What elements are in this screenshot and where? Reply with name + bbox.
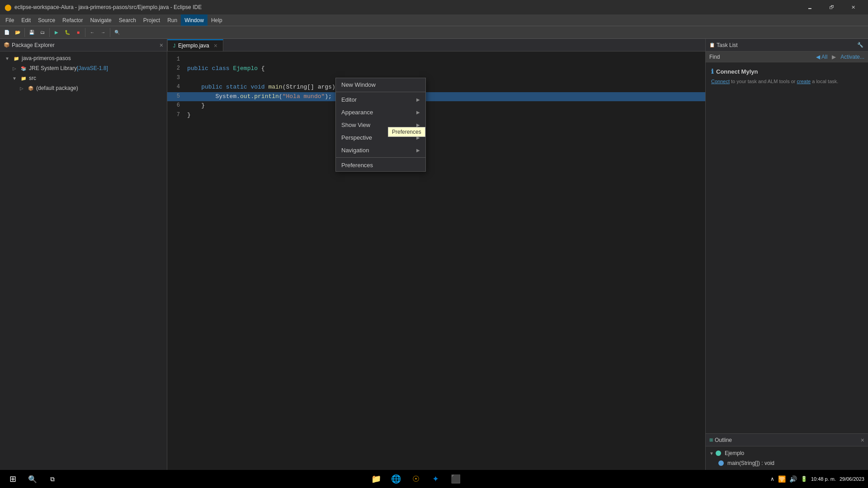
menu-help[interactable]: Help [208,14,226,26]
menu-project[interactable]: Project [140,14,164,26]
toolbar-debug[interactable]: 🐛 [62,28,72,38]
menu-file[interactable]: File [2,14,18,26]
editor-content[interactable]: 1 2 public class Ejemplo { 3 4 public st… [167,52,705,470]
jre-label: JRE System Library [29,65,77,71]
taskbar-terminal[interactable]: ⬛ [447,470,465,488]
taskbar-chevron[interactable]: ∧ [770,476,774,482]
toolbar-sep4 [110,28,110,37]
mylyn-local-text: a local task. [812,79,838,84]
toolbar-sep3 [85,28,85,37]
menu-search[interactable]: Search [115,14,140,26]
editor-tab-ejemplo[interactable]: J Ejemplo.java × [167,39,223,51]
package-explorer-header: 📦 Package Explorer × [0,39,167,52]
mylyn-connect-link[interactable]: Connect [711,79,730,84]
task-view-button[interactable]: ⧉ [43,470,61,488]
main-layout: 📦 Package Explorer × ▼ 📁 java-primeros-p… [0,39,868,470]
mylyn-title: ℹ Connect Mylyn [711,68,863,75]
search-taskbar-button[interactable]: 🔍 [24,470,42,488]
menu-window[interactable]: Window [181,14,208,26]
taskbar-time: 10:48 p. m. [811,476,836,482]
menu-source[interactable]: Source [34,14,59,26]
outline-class[interactable]: ▼ Ejemplo [706,448,868,458]
close-button[interactable]: ✕ [843,0,863,14]
mylyn-create-link[interactable]: create [797,79,811,84]
jre-version: [JavaSE-1.8] [77,65,108,71]
outline-method-name: main(String[]) : void [727,460,774,466]
taskbar-files[interactable]: 📁 [367,470,385,488]
task-list-activate[interactable]: Activate... [840,54,864,60]
expand-icon-src: ▼ [11,75,18,82]
src-label: src [29,75,36,81]
project-name: java-primeros-pasos [22,55,71,61]
editor-tab-label: Ejemplo.java [178,42,209,49]
taskbar-wifi[interactable]: 🛜 [778,475,786,483]
taskbar-vscode[interactable]: ✦ [427,470,445,488]
wm-appearance-arrow: ▶ [416,110,420,115]
menu-refactor[interactable]: Refactor [59,14,86,26]
task-list-all[interactable]: ◀ All [816,54,827,60]
wm-editor[interactable]: Editor ▶ [336,93,425,106]
menu-run[interactable]: Run [164,14,181,26]
pkg-icon: 📦 [27,84,34,92]
wm-new-window[interactable]: New Window [336,78,425,91]
code-line-7: 7 } [167,111,705,120]
editor-tab-close[interactable]: × [214,42,217,49]
outline-header: ⊞ Outline × [706,434,868,446]
taskbar-battery[interactable]: 🔋 [801,476,807,482]
window-menu-dropdown: New Window Editor ▶ Appearance ▶ Show Vi… [335,78,426,172]
tree-project[interactable]: ▼ 📁 java-primeros-pasos [0,53,167,63]
taskbar-eclipse[interactable]: ☉ [407,470,425,488]
taskbar: ⊞ 🔍 ⧉ 📁 🌐 ☉ ✦ ⬛ ∧ 🛜 🔊 🔋 10:48 p. m. 29/0… [0,470,868,488]
class-icon [716,450,721,456]
window-title: eclipse-workspace-Alura - java-primeros-… [14,4,202,10]
taskbar-edge[interactable]: 🌐 [387,470,405,488]
mylyn-desc-text: to your task and ALM tools or [731,79,797,84]
minimize-button[interactable]: 🗕 [799,0,820,14]
task-list-header: 📋 Task List 🔧 [706,39,868,52]
src-icon: 📁 [20,75,27,82]
toolbar-stop[interactable]: ■ [73,28,83,38]
code-line-6: 6 } [167,101,705,111]
title-bar: ⬤ eclipse-workspace-Alura - java-primero… [0,0,868,14]
code-line-5: 5 System.out.println("Hola mundo"); [167,92,705,102]
tree-jre[interactable]: ▷ 📚 JRE System Library [JavaSE-1.8] [0,63,167,73]
wm-preferences-label: Preferences [341,162,373,169]
tree-src[interactable]: ▼ 📁 src [0,73,167,83]
menu-bar: File Edit Source Refactor Navigate Searc… [0,14,868,26]
expand-icon-pkg: ▷ [18,84,25,92]
outline-close[interactable]: × [861,436,864,444]
toolbar-forward[interactable]: → [98,28,108,38]
menu-navigate[interactable]: Navigate [86,14,115,26]
toolbar-run[interactable]: ▶ [52,28,61,38]
wm-appearance[interactable]: Appearance ▶ [336,106,425,118]
app-icon: ⬤ [5,4,12,11]
wm-navigation[interactable]: Navigation ▶ [336,144,425,156]
right-panel: 📋 Task List 🔧 Find ◀ All ▶ Activate... ℹ… [705,39,868,470]
package-explorer-close[interactable]: × [160,42,163,49]
toolbar-save[interactable]: 💾 [27,28,37,38]
task-list-icon: 📋 [709,42,715,47]
project-icon: 📁 [13,55,20,62]
outline-panel: ⊞ Outline × ▼ Ejemplo main(String[]) : v… [706,433,868,470]
maximize-button[interactable]: 🗗 [821,0,842,14]
toolbar-sep2 [49,28,50,37]
toolbar-back[interactable]: ← [87,28,97,38]
start-button[interactable]: ⊞ [4,470,22,488]
toolbar-new[interactable]: 📄 [2,28,12,38]
wm-preferences[interactable]: Preferences [336,159,425,171]
package-explorer-icon: 📦 [4,42,10,48]
wm-editor-label: Editor [341,96,357,103]
title-left: ⬤ eclipse-workspace-Alura - java-primero… [5,4,202,11]
taskbar-right: ∧ 🛜 🔊 🔋 10:48 p. m. 29/06/2023 [770,475,864,483]
menu-edit[interactable]: Edit [18,14,34,26]
toolbar-open[interactable]: 📂 [13,28,23,38]
outline-icon: ⊞ [709,437,713,442]
taskbar-date: 29/06/2023 [840,476,864,482]
toolbar-save-all[interactable]: 🗂 [38,28,47,38]
toolbar-search[interactable]: 🔍 [112,28,122,38]
taskbar-volume[interactable]: 🔊 [789,475,797,483]
taskbar-left: ⊞ 🔍 ⧉ [4,470,61,488]
tree-default-package[interactable]: ▷ 📦 (default package) [0,83,167,93]
outline-title: Outline [715,437,732,443]
outline-method[interactable]: main(String[]) : void [706,458,868,468]
